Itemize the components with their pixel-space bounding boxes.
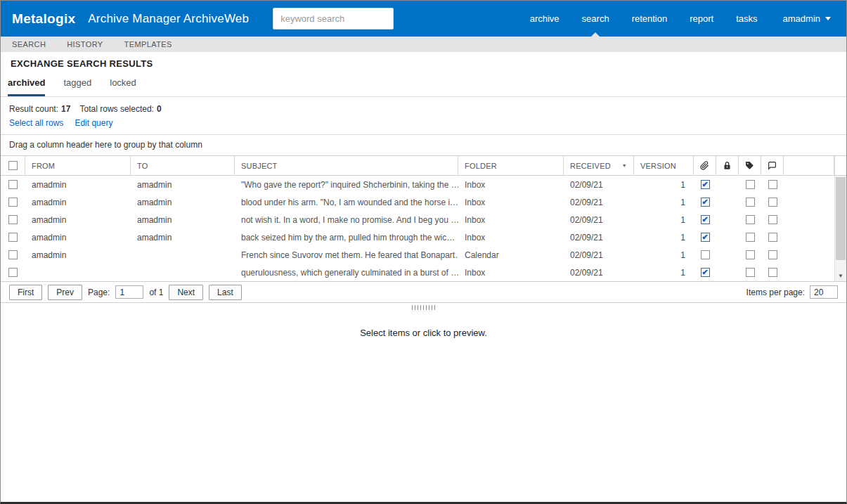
nav-item-archive[interactable]: archive bbox=[519, 1, 571, 37]
column-header-received[interactable]: RECEIVED ▼ bbox=[564, 156, 634, 175]
cell-to: amadmin bbox=[131, 198, 235, 207]
row-checkbox[interactable] bbox=[8, 198, 18, 207]
cell-subject: "Who gave the report?" inquired Shcherbi… bbox=[235, 180, 458, 190]
column-header-version[interactable]: VERSION bbox=[634, 156, 694, 175]
nav-item-retention[interactable]: retention bbox=[621, 1, 679, 37]
comment-checkbox[interactable] bbox=[768, 233, 777, 242]
cell-folder: Inbox bbox=[458, 198, 564, 207]
table-row[interactable]: amadminamadminback seized him by the arm… bbox=[1, 228, 846, 246]
row-checkbox[interactable] bbox=[8, 268, 18, 277]
next-page-button[interactable]: Next bbox=[169, 285, 203, 300]
column-header-from[interactable]: FROM bbox=[25, 156, 131, 175]
items-per-page-input[interactable] bbox=[810, 285, 838, 299]
received-filter-dropdown-icon[interactable]: ▼ bbox=[618, 163, 627, 168]
table-row[interactable]: querulousness, which generally culminate… bbox=[1, 264, 846, 281]
row-select-cell bbox=[1, 268, 25, 277]
column-header-to[interactable]: TO bbox=[131, 156, 235, 175]
tagged-checkbox[interactable] bbox=[746, 180, 755, 189]
cell-tagged bbox=[739, 180, 761, 189]
user-menu[interactable]: amadmin bbox=[769, 1, 835, 37]
tagged-checkbox[interactable] bbox=[746, 233, 755, 242]
tagged-checkbox[interactable] bbox=[746, 198, 755, 207]
attachment-checkbox[interactable] bbox=[701, 215, 710, 224]
row-checkbox[interactable] bbox=[8, 250, 18, 259]
cell-to: amadmin bbox=[131, 215, 235, 225]
last-page-button[interactable]: Last bbox=[209, 285, 242, 300]
subnav-item-templates[interactable]: TEMPLATES bbox=[124, 40, 172, 49]
first-page-button[interactable]: First bbox=[9, 285, 42, 300]
attachment-checkbox[interactable] bbox=[701, 198, 710, 207]
cell-received: 02/09/21 bbox=[564, 268, 634, 278]
comment-checkbox[interactable] bbox=[768, 180, 777, 189]
sub-nav: SEARCH HISTORY TEMPLATES bbox=[1, 37, 846, 52]
nav-item-search[interactable]: search bbox=[571, 1, 621, 37]
tab-archived[interactable]: archived bbox=[8, 77, 45, 96]
scrollbar-down-arrow[interactable]: ▼ bbox=[835, 271, 846, 281]
subnav-item-history[interactable]: HISTORY bbox=[67, 40, 103, 49]
cell-version: 1 bbox=[634, 198, 694, 207]
row-checkbox[interactable] bbox=[8, 233, 18, 242]
column-header-tagged[interactable] bbox=[739, 156, 761, 175]
table-row[interactable]: amadminamadminnot wish it. In a word, I … bbox=[1, 211, 846, 228]
column-header-locked[interactable] bbox=[716, 156, 739, 175]
tagged-checkbox[interactable] bbox=[746, 250, 755, 259]
tab-locked[interactable]: locked bbox=[110, 77, 136, 96]
keyword-search-input[interactable] bbox=[273, 8, 394, 30]
table-row[interactable]: amadminFrench since Suvorov met them. He… bbox=[1, 246, 846, 264]
group-by-bar[interactable]: Drag a column header here to group by th… bbox=[1, 135, 846, 156]
result-count-value: 17 bbox=[61, 104, 70, 114]
prev-page-button[interactable]: Prev bbox=[48, 285, 82, 300]
nav-item-tasks[interactable]: tasks bbox=[725, 1, 768, 37]
row-checkbox[interactable] bbox=[8, 180, 18, 189]
column-header-attachment[interactable] bbox=[694, 156, 716, 175]
attachment-checkbox[interactable] bbox=[701, 233, 710, 242]
cell-to: amadmin bbox=[131, 233, 235, 243]
cell-subject: not wish it. In a word, I make no promis… bbox=[235, 215, 458, 225]
comment-checkbox[interactable] bbox=[768, 250, 777, 259]
table-row[interactable]: amadminamadminblood under his arm. "No, … bbox=[1, 193, 846, 211]
column-header-comment[interactable] bbox=[761, 156, 784, 175]
column-header-subject[interactable]: SUBJECT bbox=[235, 156, 458, 175]
comment-checkbox[interactable] bbox=[768, 268, 777, 277]
cell-version: 1 bbox=[634, 250, 694, 260]
attachment-checkbox[interactable] bbox=[701, 268, 710, 277]
nav-item-report[interactable]: report bbox=[678, 1, 725, 37]
table-row[interactable]: amadminamadmin"Who gave the report?" inq… bbox=[1, 176, 846, 193]
cell-version: 1 bbox=[634, 268, 694, 278]
splitter-handle[interactable] bbox=[412, 305, 436, 310]
cell-tagged bbox=[739, 233, 761, 242]
tagged-checkbox[interactable] bbox=[746, 215, 755, 224]
select-all-checkbox[interactable] bbox=[8, 161, 18, 170]
chevron-down-icon bbox=[825, 17, 831, 20]
cell-folder: Inbox bbox=[458, 180, 564, 190]
edit-query-link[interactable]: Edit query bbox=[75, 118, 112, 128]
result-count-label: Result count: bbox=[9, 104, 58, 114]
column-header-folder[interactable]: FOLDER bbox=[458, 156, 564, 175]
page-number-input[interactable] bbox=[115, 285, 143, 299]
cell-received: 02/09/21 bbox=[564, 198, 634, 207]
cell-attachment bbox=[694, 198, 716, 207]
select-all-rows-link[interactable]: Select all rows bbox=[9, 118, 63, 128]
scrollbar-thumb[interactable] bbox=[836, 177, 846, 260]
cell-folder: Inbox bbox=[458, 233, 564, 243]
vertical-scrollbar[interactable]: ▼ bbox=[834, 176, 846, 281]
cell-comment bbox=[761, 198, 784, 207]
cell-attachment bbox=[694, 233, 716, 242]
attachment-checkbox[interactable] bbox=[701, 180, 710, 189]
cell-comment bbox=[761, 233, 784, 242]
tagged-checkbox[interactable] bbox=[746, 268, 755, 277]
page-label: Page: bbox=[88, 287, 110, 297]
comment-checkbox[interactable] bbox=[768, 215, 777, 224]
metalogix-logo: Metalogix bbox=[12, 11, 75, 27]
table-header: FROM TO SUBJECT FOLDER RECEIVED ▼ VERSIO… bbox=[1, 156, 846, 176]
comment-checkbox[interactable] bbox=[768, 198, 777, 207]
cell-received: 02/09/21 bbox=[564, 250, 634, 260]
subnav-item-search[interactable]: SEARCH bbox=[12, 40, 46, 49]
select-all-checkbox-cell bbox=[1, 156, 25, 175]
attachment-checkbox[interactable] bbox=[701, 250, 710, 259]
row-checkbox[interactable] bbox=[8, 215, 18, 224]
tab-tagged[interactable]: tagged bbox=[63, 77, 91, 96]
cell-folder: Inbox bbox=[458, 268, 564, 278]
column-header-received-label: RECEIVED bbox=[570, 162, 611, 170]
user-menu-label: amadmin bbox=[783, 13, 820, 24]
